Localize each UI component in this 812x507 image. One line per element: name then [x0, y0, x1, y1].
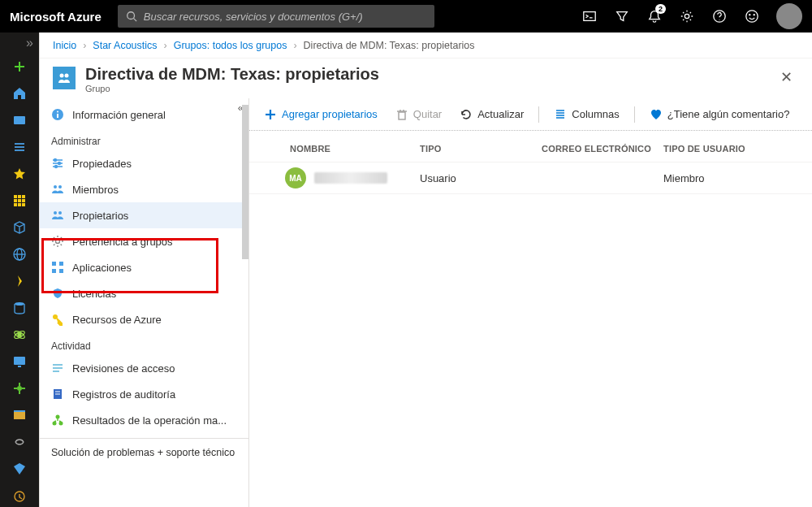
toolbar-label: Quitar — [413, 108, 442, 120]
help-button[interactable] — [705, 0, 734, 32]
rail-dashboard-icon[interactable] — [6, 109, 32, 131]
sidebar-item-label: Resultados de la operación ma... — [72, 414, 227, 427]
svg-point-44 — [54, 159, 57, 162]
feedback-smiley-button[interactable] — [737, 0, 767, 32]
sidebar-item-label: Propiedades — [72, 158, 132, 170]
sidebar-item-troubleshoot[interactable]: Solución de problemas + soporte técnico — [40, 438, 248, 466]
breadcrumb-link[interactable]: Inicio — [53, 40, 76, 51]
sidebar-section-activity: Actividad — [40, 332, 248, 355]
cell-name — [314, 172, 420, 184]
svg-point-51 — [56, 240, 60, 244]
sidebar-item-access-reviews[interactable]: Revisiones de acceso — [40, 355, 248, 381]
sidebar-item-overview[interactable]: Información general — [40, 102, 248, 128]
svg-rect-33 — [14, 412, 25, 419]
svg-point-63 — [53, 422, 57, 426]
add-owners-button[interactable]: Agregar propietarios — [257, 105, 384, 124]
columns-icon — [554, 108, 567, 121]
rail-cube-icon[interactable] — [6, 216, 32, 238]
sidebar-item-licenses[interactable]: Licencias — [40, 280, 248, 306]
col-header-type[interactable]: TIPO — [420, 144, 542, 154]
columns-button[interactable]: Columnas — [547, 105, 626, 124]
sidebar-item-label: Licencias — [72, 288, 116, 300]
svg-point-26 — [15, 302, 24, 306]
filter-icon[interactable] — [607, 0, 637, 32]
table-row[interactable]: MA Usuario Miembro — [249, 162, 812, 194]
brand-logo[interactable]: Microsoft Azure — [10, 10, 102, 24]
rail-globe-icon[interactable] — [6, 243, 32, 265]
toolbar-separator — [634, 106, 635, 123]
svg-point-3 — [685, 14, 689, 18]
breadcrumb-link[interactable]: Grupos: todos los grupos — [174, 40, 287, 51]
svg-rect-53 — [59, 262, 63, 266]
svg-rect-54 — [52, 269, 56, 273]
sidebar-item-owners[interactable]: Propietarios — [40, 202, 248, 228]
svg-rect-20 — [14, 203, 17, 206]
svg-rect-55 — [59, 269, 63, 273]
search-icon — [126, 11, 137, 22]
rail-collapse-icon[interactable]: » — [26, 36, 34, 49]
sidebar-item-properties[interactable]: Propiedades — [40, 150, 248, 176]
sidebar-item-label: Propietarios — [72, 210, 128, 222]
svg-point-48 — [58, 185, 62, 188]
license-icon — [51, 287, 64, 300]
scrollbar-thumb[interactable] — [242, 105, 248, 259]
sidebar-item-label: Registros de auditoría — [72, 388, 175, 401]
notifications-button[interactable]: 2 — [640, 0, 669, 32]
rail-grid-icon[interactable] — [6, 189, 32, 211]
cloud-shell-button[interactable] — [575, 0, 604, 32]
breadcrumb-link[interactable]: Star Acoustics — [93, 40, 157, 51]
svg-line-1 — [133, 19, 136, 22]
svg-rect-16 — [22, 195, 25, 198]
sidebar-item-members[interactable]: Miembros — [40, 176, 248, 202]
search-placeholder: Buscar recursos, servicios y documentos … — [144, 11, 363, 23]
refresh-button[interactable]: Actualizar — [453, 105, 530, 124]
sidebar-item-azure-resources[interactable]: Recursos de Azure — [40, 306, 248, 332]
feedback-button[interactable]: ¿Tiene algún comentario? — [643, 105, 797, 124]
sidebar-item-applications[interactable]: Aplicaciones — [40, 254, 248, 280]
svg-rect-68 — [399, 112, 405, 119]
col-header-usertype[interactable]: TIPO DE USUARIO — [663, 144, 777, 154]
rail-favorites-icon[interactable] — [6, 162, 32, 184]
plus-icon — [264, 108, 277, 121]
svg-rect-39 — [57, 114, 58, 118]
rail-all-services-icon[interactable] — [6, 136, 32, 158]
account-avatar[interactable] — [776, 3, 802, 29]
sidebar-item-label: Información general — [72, 109, 166, 121]
svg-rect-10 — [14, 116, 25, 124]
rail-monitor-icon[interactable] — [6, 351, 32, 373]
sidebar-item-audit-logs[interactable]: Registros de auditoría — [40, 381, 248, 407]
close-button[interactable]: ✕ — [777, 65, 796, 89]
rail-network-icon[interactable] — [6, 431, 32, 453]
col-header-name[interactable]: NOMBRE — [290, 144, 420, 154]
svg-point-49 — [54, 211, 57, 214]
search-input[interactable]: Buscar recursos, servicios y documentos … — [118, 5, 434, 28]
rail-add-icon[interactable] — [6, 55, 32, 77]
svg-rect-21 — [18, 203, 21, 206]
svg-point-7 — [754, 15, 754, 15]
rail-loadbalancer-icon[interactable] — [6, 378, 32, 400]
rail-sql-icon[interactable] — [6, 297, 32, 319]
sidebar-item-group-memberships[interactable]: Pertenencia a grupos — [40, 228, 248, 254]
rail-function-icon[interactable] — [6, 271, 32, 292]
svg-rect-52 — [52, 262, 56, 266]
page-subtitle: Grupo — [85, 84, 379, 93]
settings-button[interactable] — [672, 0, 702, 32]
page-title: Directiva de MDM: Texas: propietarios — [85, 65, 379, 84]
svg-point-27 — [18, 333, 21, 336]
heart-icon — [650, 108, 663, 121]
sidebar-item-bulk-results[interactable]: Resultados de la operación ma... — [40, 407, 248, 433]
sidebar-section-manage: Administrar — [40, 128, 248, 150]
svg-rect-15 — [18, 195, 21, 198]
rail-advisor-icon[interactable] — [6, 485, 32, 507]
svg-rect-2 — [584, 12, 595, 21]
sidebar-item-label: Recursos de Azure — [72, 314, 162, 326]
properties-icon — [51, 157, 64, 170]
notification-badge: 2 — [655, 4, 666, 14]
col-header-email[interactable]: CORREO ELECTRÓNICO — [542, 144, 663, 154]
rail-cosmos-icon[interactable] — [6, 324, 32, 346]
rail-aad-icon[interactable] — [6, 458, 32, 480]
gear-icon — [51, 235, 64, 248]
user-avatar: MA — [285, 167, 306, 188]
rail-home-icon[interactable] — [6, 82, 32, 104]
rail-storage-icon[interactable] — [6, 405, 32, 427]
